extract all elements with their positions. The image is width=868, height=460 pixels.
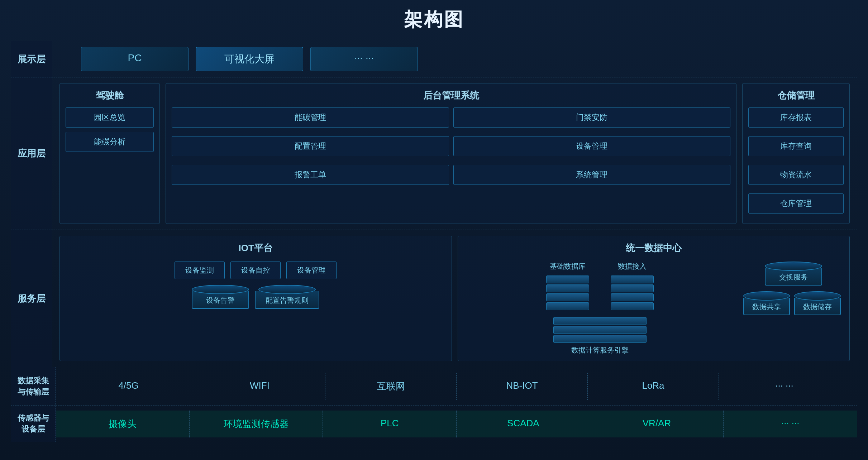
storage-item-2: 库存查询 [748, 136, 844, 156]
architecture-grid: 展示层 PC 可视化大屏 ··· ··· 应用层 驾驶舱 园区总览 能碳分析 [11, 41, 857, 442]
dc-cylinders-row [546, 275, 654, 311]
dc-share-store-row: 数据共享 数据储存 [743, 291, 844, 315]
dc-compute-layer2 [553, 326, 647, 334]
display-item-visualization: 可视化大屏 [196, 47, 303, 71]
display-item-more: ··· ··· [310, 47, 418, 71]
dc-stack-input-layer4 [611, 302, 654, 310]
dc-top-labels: 基础数据库 数据接入 [546, 262, 654, 271]
storage-section: 仓储管理 库存报表 库存查询 物资流水 仓库管理 [742, 83, 850, 224]
sensor-item-6: ··· ··· [724, 411, 857, 437]
dc-stack-input [611, 275, 654, 311]
backend-item-6: 系统管理 [453, 165, 731, 185]
dc-compute-container: 数据计算服务引擎 [553, 317, 647, 355]
application-layer-label: 应用层 [11, 77, 52, 230]
datacenter-section: 统一数据中心 基础数据库 数据接入 [458, 236, 850, 361]
iot-item-monitor: 设备监测 [175, 262, 225, 279]
main-container: 架构图 展示层 PC 可视化大屏 ··· ··· 应用层 驾驶舱 园区总览 能 [0, 0, 868, 460]
storage-item-4: 仓库管理 [748, 193, 844, 214]
iot-bottom-items: 设备告警 配置告警规则 [66, 285, 446, 309]
service-layer-row: 服务层 IOT平台 设备监测 设备自控 设备管理 设备告警 [11, 230, 857, 367]
collect-layer-content: 4/5G WIFI 互联网 NB-IOT LoRa ··· ··· [56, 367, 857, 406]
cylinder-rule: 配置告警规则 [255, 285, 319, 309]
application-layer-content: 驾驶舱 园区总览 能碳分析 后台管理系统 能碳管理 门禁安防 配置管理 设备管理… [52, 77, 857, 230]
dc-stack-base-layer1 [546, 275, 589, 283]
dc-stack-base-layer3 [546, 293, 589, 301]
collect-item-3: 互联网 [325, 373, 457, 400]
dc-compute-label: 数据计算服务引擎 [571, 345, 629, 355]
dc-compute-layer3 [553, 335, 647, 343]
cylinder-alarm-top [192, 285, 249, 294]
datacenter-title: 统一数据中心 [464, 242, 844, 254]
display-layer-label: 展示层 [11, 41, 52, 77]
backend-item-3: 配置管理 [172, 136, 449, 156]
service-layer-content: IOT平台 设备监测 设备自控 设备管理 设备告警 [52, 230, 857, 367]
cockpit-item-2: 能碳分析 [66, 132, 154, 152]
iot-section: IOT平台 设备监测 设备自控 设备管理 设备告警 [59, 236, 452, 361]
backend-item-4: 设备管理 [453, 136, 731, 156]
storage-item-1: 库存报表 [748, 107, 844, 128]
dc-stack-input-layer2 [611, 284, 654, 292]
dc-stack-base-layer2 [546, 284, 589, 292]
dc-stack-base [546, 275, 589, 311]
sensor-items-container: 摄像头 环境监测传感器 PLC SCADA VR/AR ··· ··· [56, 411, 857, 437]
dc-label-input: 数据接入 [611, 262, 654, 271]
sensor-item-4: SCADA [457, 411, 590, 437]
storage-item-3: 物资流水 [748, 165, 844, 185]
display-layer-content: PC 可视化大屏 ··· ··· [52, 41, 857, 77]
display-layer-row: 展示层 PC 可视化大屏 ··· ··· [11, 41, 857, 77]
collect-layer-label: 数据采集 与传输层 [11, 367, 56, 406]
collect-item-2: WIFI [194, 373, 325, 400]
collect-layer-row: 数据采集 与传输层 4/5G WIFI 互联网 NB-IOT LoRa ··· … [11, 367, 857, 406]
collect-items-container: 4/5G WIFI 互联网 NB-IOT LoRa ··· ··· [63, 373, 850, 400]
iot-item-manage: 设备管理 [286, 262, 337, 279]
sensor-item-5: VR/AR [590, 411, 724, 437]
sensor-item-3: PLC [323, 411, 457, 437]
sensor-item-2: 环境监测传感器 [190, 411, 323, 437]
storage-title: 仓储管理 [748, 89, 844, 102]
datacenter-layout: 基础数据库 数据接入 [464, 262, 844, 355]
dc-exchange-cylinder: 交换服务 [743, 262, 844, 286]
iot-top-items: 设备监测 设备自控 设备管理 [66, 262, 446, 279]
dc-label-base: 基础数据库 [546, 262, 589, 271]
page-title: 架构图 [11, 7, 857, 32]
application-layer-row: 应用层 驾驶舱 园区总览 能碳分析 后台管理系统 能碳管理 门禁安防 配置管理 … [11, 77, 857, 230]
collect-item-4: NB-IOT [457, 373, 588, 400]
cockpit-section: 驾驶舱 园区总览 能碳分析 [59, 83, 160, 224]
backend-item-5: 报警工单 [172, 165, 449, 185]
dc-share-cylinder: 数据共享 [743, 291, 790, 315]
display-item-pc: PC [81, 47, 189, 71]
dc-right: 交换服务 数据共享 数据储存 [743, 262, 844, 315]
dc-left: 基础数据库 数据接入 [464, 262, 736, 355]
dc-compute-layer1 [553, 317, 647, 325]
dc-exchange-top [765, 262, 822, 271]
sensor-layer-content: 摄像头 环境监测传感器 PLC SCADA VR/AR ··· ··· [56, 406, 857, 442]
dc-stack-base-layer4 [546, 302, 589, 310]
collect-item-5: LoRa [588, 373, 719, 400]
sensor-item-1: 摄像头 [56, 411, 190, 437]
storage-list: 库存报表 库存查询 物资流水 仓库管理 [748, 107, 844, 218]
dc-share-top [743, 291, 790, 301]
service-layer-label: 服务层 [11, 230, 52, 367]
backend-section: 后台管理系统 能碳管理 门禁安防 配置管理 设备管理 报警工单 系统管理 [166, 83, 736, 224]
collect-item-1: 4/5G [63, 373, 194, 400]
dc-stack-input-layer1 [611, 275, 654, 283]
backend-item-2: 门禁安防 [453, 107, 731, 128]
cockpit-title: 驾驶舱 [66, 89, 154, 102]
backend-title: 后台管理系统 [172, 89, 730, 102]
backend-grid: 能碳管理 门禁安防 配置管理 设备管理 报警工单 系统管理 [172, 107, 730, 189]
display-items-container: PC 可视化大屏 ··· ··· [81, 47, 850, 71]
dc-store-top [794, 291, 841, 301]
sensor-layer-row: 传感器与 设备层 摄像头 环境监测传感器 PLC SCADA VR/AR ···… [11, 406, 857, 442]
cylinder-rule-top [258, 285, 316, 294]
collect-item-6: ··· ··· [719, 373, 850, 400]
cylinder-alarm: 设备告警 [192, 285, 249, 309]
dc-stack-input-layer3 [611, 293, 654, 301]
backend-item-1: 能碳管理 [172, 107, 449, 128]
iot-title: IOT平台 [66, 242, 446, 254]
sensor-layer-label: 传感器与 设备层 [11, 406, 56, 442]
cockpit-item-1: 园区总览 [66, 107, 154, 128]
dc-store-cylinder: 数据储存 [794, 291, 841, 315]
iot-item-auto: 设备自控 [230, 262, 281, 279]
